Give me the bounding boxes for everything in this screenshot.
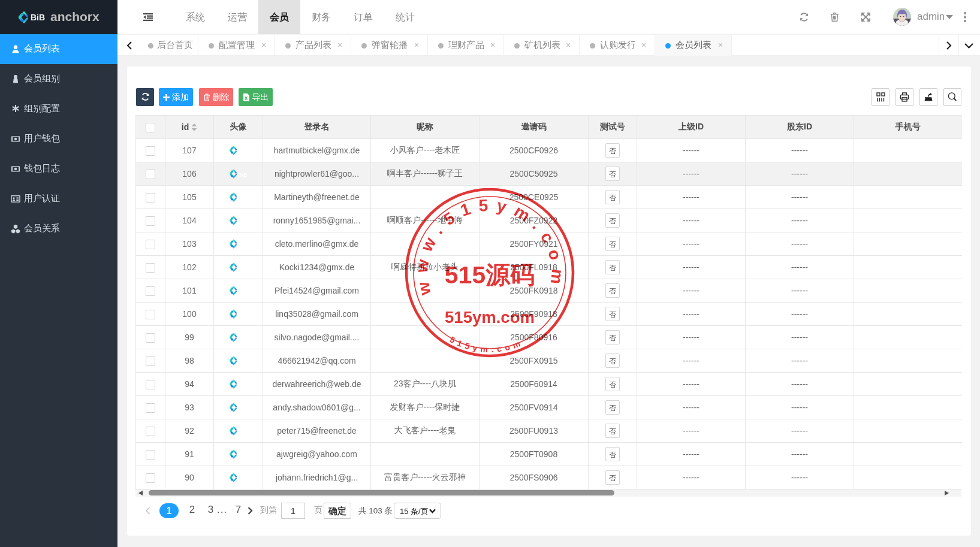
svg-text:515ym.com: 515ym.com [445,308,535,327]
svg-text:515源码: 515源码 [445,261,535,289]
